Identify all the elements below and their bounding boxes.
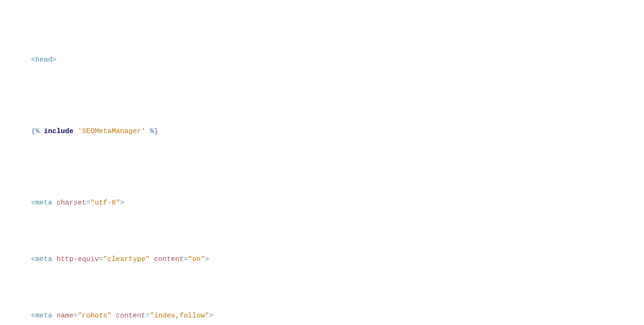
val-charset: "utf-8" xyxy=(90,199,120,207)
liquid-delimiter: {% xyxy=(31,127,40,135)
line-meta-charset: <meta charset="utf-8"> xyxy=(14,186,630,220)
liquid-close: %} xyxy=(150,127,158,135)
tag-text: <head> xyxy=(31,56,56,64)
string-seo: 'SEOMetaManager' xyxy=(78,127,145,135)
tag-meta-charset: <meta xyxy=(31,199,52,207)
line-head-open: <head> xyxy=(14,43,630,77)
code-viewer: <head> {% include 'SEOMetaManager' %} <m… xyxy=(14,9,630,325)
line-include-seo: {% include 'SEOMetaManager' %} xyxy=(14,115,630,149)
line-meta-robots: <meta name="robots" content="index,follo… xyxy=(14,299,630,325)
keyword-include: include xyxy=(44,127,73,135)
line-meta-cleartype: <meta http-equiv="cleartype" content="on… xyxy=(14,243,630,277)
attr-charset: charset xyxy=(56,199,86,207)
